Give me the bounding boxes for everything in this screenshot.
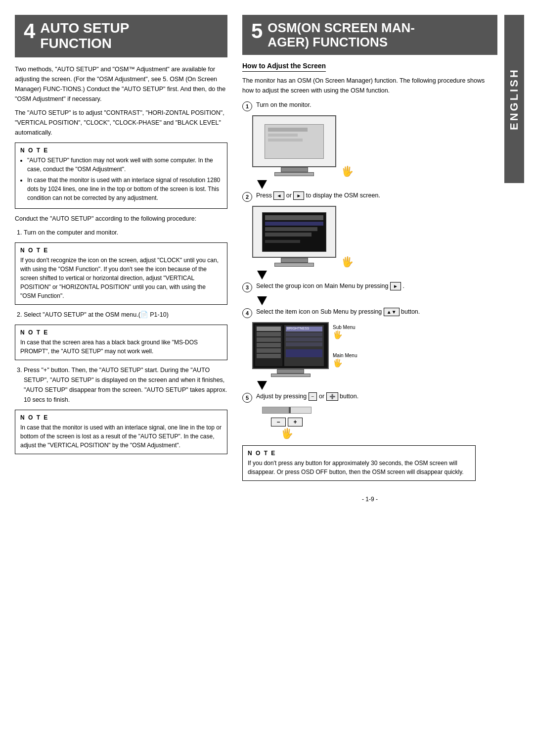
note-box-1: N O T E "AUTO SETUP" function may not wo… (15, 142, 227, 209)
monitor-diagram-1: 🖐 (252, 115, 354, 176)
steps-list-3: Press "+" button. Then, the "AUTO SETUP"… (15, 365, 227, 405)
main-menu-label: Main Menu 🖐 (333, 352, 357, 367)
step4-osm-screen: BRIGHTNESS (252, 322, 329, 369)
hand-icon-5: 🖐 (281, 428, 293, 438)
hand-icon-4: 🖐 (333, 359, 357, 367)
slider-fill (263, 407, 290, 413)
left-auto-desc: The "AUTO SETUP" is to adjust "CONTRAST"… (15, 108, 227, 138)
step4-diagram: BRIGHTNESS (252, 322, 507, 377)
conduct-text: Conduct the "AUTO SETUP" according to th… (15, 214, 227, 224)
left-section-title: AUTO SETUPFUNCTION (40, 21, 129, 51)
monitor-col-1 (252, 115, 336, 176)
step-3: Press "+" button. Then, the "AUTO SETUP"… (24, 365, 227, 405)
monitor-col-2 (252, 206, 336, 267)
note-title-3: N O T E (20, 329, 222, 336)
left-column: 4 AUTO SETUPFUNCTION Two methods, "AUTO … (10, 15, 237, 741)
sub-menu-col: BRIGHTNESS (284, 325, 324, 366)
left-intro-text: Two methods, "AUTO SETUP" and "OSM™ Adju… (15, 64, 227, 104)
step4-base (271, 374, 311, 377)
step-row-5: 5 Adjust by pressing − or ➕ button. (242, 392, 497, 403)
note-item-1-1: "AUTO SETUP" function may not work well … (27, 156, 222, 174)
step-text-4: Select the item icon on Sub Menu by pres… (256, 307, 420, 317)
note-text-3: In case that the screen area has a black… (20, 338, 222, 356)
right-section-num: 5 (251, 21, 263, 42)
menus-row: BRIGHTNESS (252, 322, 357, 377)
note-text-4: In case that the monitor is used with an… (20, 423, 222, 450)
note-title-1: N O T E (20, 147, 222, 154)
note-title-4: N O T E (20, 414, 222, 421)
menu-labels: Sub Menu 🖐 Main Menu 🖐 (333, 322, 357, 369)
monitor-frame-2 (252, 206, 336, 258)
right-section-title: OSM(On Screen Man-ager) FUNCTIONS (267, 21, 415, 49)
note-text-2: If you don't recognize the icon on the s… (20, 256, 222, 300)
arrow-3 (257, 296, 267, 305)
osm-screen-2 (262, 212, 326, 252)
step-text-5: Adjust by pressing − or ➕ button. (256, 392, 358, 401)
step-num-5: 5 (242, 393, 252, 403)
step4-screens: BRIGHTNESS (252, 322, 357, 377)
step5-diagram: − + 🖐 (257, 407, 316, 438)
hand-icon-3: 🖐 (333, 331, 357, 339)
monitor-base-2 (274, 263, 314, 267)
section-header-left: 4 AUTO SETUPFUNCTION (15, 15, 227, 57)
subsection-title: How to Adjust the Screen (242, 62, 497, 76)
step-text-1: Turn on the monitor. (256, 100, 311, 110)
note-box-3: N O T E In case that the screen area has… (15, 325, 227, 360)
note-box-4: N O T E In case that the monitor is used… (15, 410, 227, 454)
step-num-2: 2 (242, 192, 252, 202)
right-column: ENGLISH 5 OSM(On Screen Man-ager) FUNCTI… (237, 15, 524, 741)
btn-select-3: ► (390, 282, 401, 290)
page-container: 4 AUTO SETUPFUNCTION Two methods, "AUTO … (0, 0, 534, 756)
step4-stand (277, 369, 304, 374)
step-row-4: 4 Select the item icon on Sub Menu by pr… (242, 307, 497, 318)
step-2: Select "AUTO SETUP" at the OSM menu.(📄 P… (24, 310, 227, 320)
hand-icon-2: 🖐 (341, 257, 354, 267)
arrow-2 (257, 271, 267, 280)
buttons-col: 🖐 (341, 257, 354, 267)
hand-icon-1: 🖐 (341, 166, 354, 176)
step-row-2: 2 Press ◄ or ► to display the OSM screen… (242, 191, 497, 202)
step4-monitor: BRIGHTNESS (252, 322, 329, 377)
right-note-title: N O T E (248, 450, 470, 457)
btn-right: ► (293, 191, 304, 200)
monitor-base-1 (274, 172, 314, 176)
step-text-3: Select the group icon on Main Menu by pr… (256, 282, 404, 291)
main-menu-col (255, 325, 282, 366)
steps-list: Turn on the computer and monitor. (15, 228, 227, 237)
english-banner: ENGLISH (504, 15, 524, 183)
screen-display-1 (265, 124, 324, 159)
section-header-right: 5 OSM(On Screen Man-ager) FUNCTIONS (242, 15, 497, 55)
btn-select-4: ▲▼ (384, 308, 400, 316)
right-note-box: N O T E If you don't press any button fo… (242, 445, 476, 481)
monitor-diagram-2: 🖐 (252, 206, 354, 267)
steps-list-2: Select "AUTO SETUP" at the OSM menu.(📄 P… (15, 310, 227, 320)
right-note-text: If you don't press any button for approx… (248, 459, 470, 476)
step-row-3: 3 Select the group icon on Main Menu by … (242, 282, 497, 292)
step-1: Turn on the computer and monitor. (24, 228, 227, 237)
arrow-4 (257, 381, 267, 390)
adjust-buttons: − + (271, 418, 303, 426)
btn-minus: − (309, 392, 317, 401)
minus-button[interactable]: − (271, 418, 286, 426)
step-row-1: 1 Turn on the monitor. (242, 100, 497, 111)
arrow-1 (257, 180, 267, 189)
note-list-1: "AUTO SETUP" function may not work well … (20, 156, 222, 202)
left-section-num: 4 (24, 21, 35, 42)
btn-left: ◄ (273, 191, 284, 200)
steps-container: 1 Turn on the monitor. (242, 100, 497, 486)
slider-bar (262, 407, 312, 414)
plus-button[interactable]: + (288, 418, 303, 426)
sub-menu-label: Sub Menu 🖐 (333, 324, 357, 339)
btn-plus: ➕ (326, 392, 338, 401)
note-box-2: N O T E If you don't recognize the icon … (15, 242, 227, 305)
monitor-stand-1 (281, 167, 308, 172)
step-num-1: 1 (242, 101, 252, 111)
monitor-frame-1 (252, 115, 336, 167)
page-number: - 1-9 - (242, 496, 497, 503)
monitor-stand-2 (281, 258, 308, 263)
slider-thumb (289, 407, 291, 413)
note-title-2: N O T E (20, 247, 222, 254)
note-item-1-2: In case that the monitor is used with an… (27, 176, 222, 202)
step-num-3: 3 (242, 283, 252, 292)
step-text-2: Press ◄ or ► to display the OSM screen. (256, 191, 380, 200)
